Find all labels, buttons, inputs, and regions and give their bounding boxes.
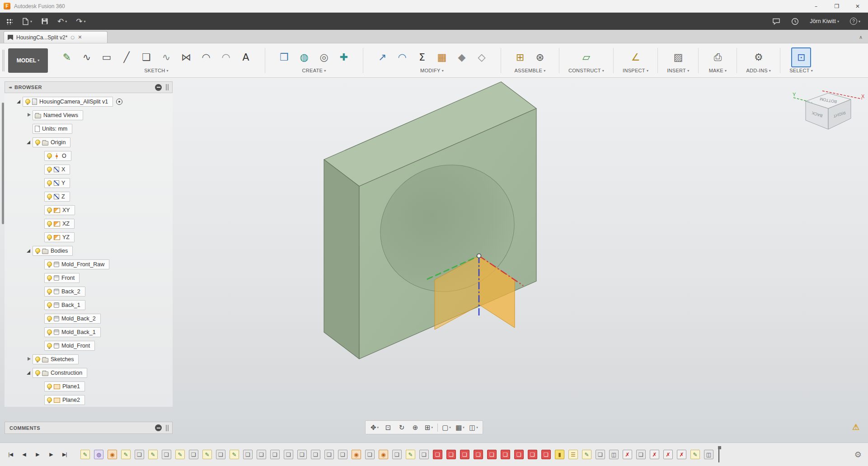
warning-icon[interactable]: ⚠ (852, 423, 859, 431)
tab-sync-status-icon[interactable]: ○ (70, 35, 75, 40)
expand-triangle-icon[interactable] (15, 98, 23, 105)
timeline-settings-gear-icon[interactable]: ⚙ (854, 450, 862, 459)
tree-item-box[interactable]: Front (44, 273, 80, 283)
job-status-button[interactable] (788, 14, 802, 28)
comments-bar[interactable]: COMMENTS (5, 422, 173, 434)
visibility-bulb-icon[interactable] (35, 370, 40, 377)
rectangle-icon[interactable]: ❏ (136, 47, 156, 67)
arc-icon[interactable]: ◠ (196, 47, 216, 67)
timeline-extrude-feature[interactable] (636, 450, 646, 459)
save-button[interactable] (38, 14, 52, 28)
visibility-bulb-icon[interactable] (47, 383, 52, 390)
new-component-icon[interactable]: ⊞ (510, 47, 530, 67)
timeline-split-feature[interactable] (609, 450, 619, 459)
viewport[interactable]: Y X BACK RIGHT BOTTOM ◂◂ BROWSER Housing… (0, 78, 868, 442)
timeline-suppressed-feature[interactable] (623, 450, 632, 459)
help-button[interactable]: ?▾ (847, 14, 863, 28)
three-point-arc-icon[interactable]: ◠ (216, 47, 236, 67)
collapse-ribbon-button[interactable]: ∧ (859, 31, 863, 43)
browser-scrollbar[interactable] (2, 103, 4, 224)
timeline-sketch-feature[interactable] (202, 450, 212, 459)
visibility-bulb-icon[interactable] (47, 180, 52, 187)
visibility-bulb-icon[interactable] (47, 275, 52, 282)
timeline-extrude-feature[interactable] (596, 450, 605, 459)
tree-item-box[interactable]: Plane1 (44, 381, 85, 391)
tree-item-box[interactable]: Plane2 (44, 395, 85, 405)
display-settings-icon[interactable]: ▢ ▾ (440, 421, 453, 433)
ribbon-menu-modify[interactable]: MODIFY▾ (420, 68, 444, 73)
tree-item-box[interactable]: YZ (44, 232, 75, 242)
comments-options-icon[interactable] (155, 424, 162, 431)
expand-triangle-icon[interactable] (25, 247, 33, 254)
select-icon[interactable]: ⊡ (791, 47, 811, 67)
browser-tree-item[interactable]: Y (5, 176, 173, 190)
minimize-button[interactable]: – (806, 0, 826, 12)
tree-item-box[interactable]: Back_2 (44, 287, 85, 297)
visibility-bulb-icon[interactable] (47, 221, 52, 227)
visibility-bulb-icon[interactable] (47, 166, 52, 173)
step-forward-button[interactable]: ▶ (45, 449, 57, 460)
tree-item-box[interactable]: XY (44, 205, 75, 215)
joint-icon[interactable]: ⊛ (530, 47, 550, 67)
shell-icon[interactable]: ◇ (472, 47, 492, 67)
orbit-icon[interactable]: ↻ ▾ (395, 421, 408, 433)
go-to-end-button[interactable]: ▶| (59, 449, 70, 460)
timeline-extrude-feature[interactable] (419, 450, 429, 459)
spline-icon[interactable]: ∿ (77, 47, 97, 67)
close-button[interactable]: ✕ (847, 0, 868, 12)
user-account-button[interactable]: Jörn Kiwitt▾ (807, 14, 842, 28)
ribbon-menu-add-ins[interactable]: ADD-INS▾ (746, 68, 771, 73)
redo-button[interactable]: ↷▾ (73, 14, 89, 28)
timeline-error-feature[interactable] (514, 450, 524, 459)
document-tab[interactable]: HousingCa...Split v2* ○ ✕ (4, 31, 108, 43)
timeline-suppressed-feature[interactable] (677, 450, 686, 459)
timeline-error-feature[interactable] (474, 450, 483, 459)
timeline-extrude-feature[interactable] (243, 450, 253, 459)
timeline-sketch-feature[interactable] (121, 450, 131, 459)
tree-item-box[interactable]: Sketches (33, 354, 79, 364)
zoom-window-icon[interactable]: ⊞ ▾ (422, 421, 436, 433)
conic-curve-icon[interactable]: ∿ (156, 47, 176, 67)
visibility-bulb-icon[interactable] (47, 343, 52, 349)
timeline-suppressed-feature[interactable] (663, 450, 673, 459)
timeline-extrude-feature[interactable] (338, 450, 347, 459)
timeline-sketch-feature[interactable] (230, 450, 239, 459)
ribbon-menu-create[interactable]: CREATE▾ (302, 68, 326, 73)
tree-item-box[interactable]: Construction (33, 368, 87, 378)
origin-point[interactable] (477, 254, 481, 258)
timeline-extrude-feature[interactable] (270, 450, 280, 459)
ribbon-menu-inspect[interactable]: INSPECT▾ (623, 68, 648, 73)
timeline-extrude-feature[interactable] (284, 450, 293, 459)
browser-tree-item[interactable]: Mold_Front_Raw (5, 258, 173, 271)
timeline-extrude-feature[interactable] (216, 450, 225, 459)
timeline-split-feature[interactable] (704, 450, 713, 459)
browser-options-icon[interactable] (155, 84, 162, 91)
press-pull-icon[interactable]: ↗ (372, 47, 392, 67)
tree-item-box[interactable]: X (44, 165, 70, 174)
collapse-browser-icon[interactable]: ◂◂ (9, 85, 11, 89)
tree-item-box[interactable]: HousingCamera_AllSplit v1 (23, 97, 113, 107)
tree-item-box[interactable]: Bodies (33, 246, 73, 256)
timeline-hole-feature[interactable] (352, 450, 361, 459)
browser-tree-item[interactable]: Mold_Back_2 (5, 312, 173, 325)
slot-icon[interactable]: ▭ (97, 47, 117, 67)
visibility-bulb-icon[interactable] (47, 302, 52, 309)
tree-item-box[interactable]: Mold_Back_1 (44, 327, 101, 337)
separator[interactable]: ▾ (437, 424, 438, 432)
visibility-bulb-icon[interactable] (47, 261, 52, 268)
visibility-bulb-icon[interactable] (47, 207, 52, 214)
create-sketch-icon[interactable]: ✎ (57, 47, 77, 67)
timeline-sketch-feature[interactable] (148, 450, 158, 459)
form-icon[interactable]: ◍ (294, 47, 314, 67)
browser-tree-item[interactable]: Origin (5, 136, 173, 149)
visibility-bulb-icon[interactable] (35, 139, 40, 146)
comments-notification-button[interactable] (769, 14, 784, 28)
ribbon-menu-construct[interactable]: CONSTRUCT▾ (568, 68, 604, 73)
ribbon-menu-select[interactable]: SELECT▾ (789, 68, 813, 73)
timeline-parameter-list[interactable] (568, 450, 578, 459)
viewports-icon[interactable]: ◫ ▾ (467, 421, 480, 433)
change-parameters-icon[interactable]: Σ (412, 47, 432, 67)
browser-tree-item[interactable]: Construction (5, 366, 173, 380)
timeline-error-feature[interactable] (433, 450, 442, 459)
visibility-bulb-icon[interactable] (47, 329, 52, 336)
